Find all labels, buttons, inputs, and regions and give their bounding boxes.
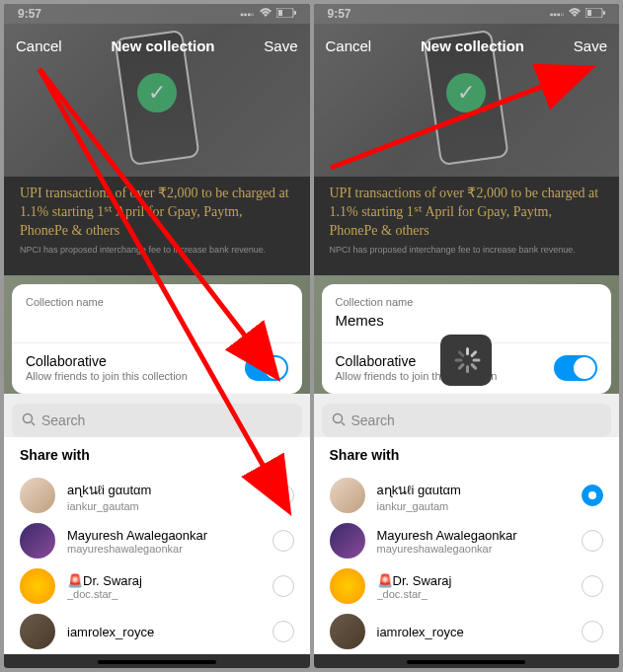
user-handle: iankur_gautam [67,500,261,512]
user-radio[interactable] [582,530,603,552]
collaborative-label: Collaborative [26,353,188,369]
user-radio[interactable] [582,621,603,642]
modal-header: Cancel New collection Save [4,24,310,67]
user-name: iamrolex_royce [377,625,571,639]
share-with-title: Share with [20,447,294,463]
collection-name-input[interactable] [26,308,288,333]
user-row[interactable]: Mayuresh Awalegaonkar mayureshawalegaonk… [20,518,294,563]
svg-point-8 [333,413,342,422]
user-row[interactable]: iamrolex_royce [330,609,604,654]
svg-rect-1 [278,10,282,16]
svg-rect-2 [294,11,296,15]
avatar [330,478,365,513]
collection-name-input[interactable] [336,308,598,333]
avatar [20,523,55,559]
collection-name-label: Collection name [336,296,598,308]
loading-spinner [440,335,492,386]
user-name: aɳkนℓi gαutαm [377,480,571,500]
modal-title: New collection [111,37,214,54]
search-input[interactable]: Search [12,404,302,437]
user-name: 🚨Dr. Swaraj [67,573,261,588]
cancel-button[interactable]: Cancel [326,37,372,54]
signal-icon: ▪▪▪▫ [550,9,564,20]
share-section: Search Share with aɳkนℓi gαutαm iankur_g… [314,394,620,654]
home-indicator [98,660,216,664]
user-handle: _doc.star_ [377,588,571,600]
search-placeholder: Search [351,412,395,428]
user-handle: iankur_gautam [377,500,571,512]
share-section: Search Share with aɳkนℓi gαutαm iankur_g… [4,394,310,654]
search-input[interactable]: Search [322,404,612,437]
battery-icon [585,8,605,20]
share-with-title: Share with [330,447,604,463]
status-bar: 9:57 ▪▪▪▫ [4,4,310,24]
collaborative-toggle[interactable] [245,355,288,381]
user-row[interactable]: iamrolex_royce [20,609,294,654]
wifi-icon [568,8,582,20]
user-radio[interactable] [273,530,294,552]
user-radio[interactable] [273,621,294,642]
svg-point-3 [24,413,33,422]
user-radio[interactable] [273,575,294,597]
svg-line-4 [32,422,35,425]
save-button[interactable]: Save [264,37,297,54]
cancel-button[interactable]: Cancel [16,37,62,54]
collaborative-sub: Allow friends to join this collection [26,370,188,382]
user-row[interactable]: Mayuresh Awalegaonkar mayureshawalegaonk… [330,518,604,563]
status-time: 9:57 [18,7,240,21]
avatar [330,523,365,559]
status-time: 9:57 [328,7,550,21]
user-name: 🚨Dr. Swaraj [377,573,571,588]
svg-rect-7 [603,11,605,15]
avatar [20,614,55,649]
user-name: iamrolex_royce [67,625,261,639]
collection-form-card: Collection name Collaborative Allow frie… [12,284,302,394]
modal-title: New collection [421,37,524,54]
user-row[interactable]: 🚨Dr. Swaraj _doc.star_ [330,563,604,609]
user-row[interactable]: 🚨Dr. Swaraj _doc.star_ [20,563,294,609]
avatar [20,568,55,604]
wifi-icon [259,8,273,20]
user-radio[interactable] [582,485,603,506]
user-radio[interactable] [273,485,294,506]
user-name: aɳkนℓi gαutαm [67,480,261,500]
form-divider [12,342,302,343]
avatar [330,568,365,604]
user-row[interactable]: aɳkนℓi gαutαm iankur_gautam [330,473,604,518]
avatar [20,478,55,513]
search-icon [332,412,346,429]
collection-name-label: Collection name [26,296,288,308]
status-bar: 9:57 ▪▪▪▫ [314,4,620,24]
user-name: Mayuresh Awalegaonkar [377,528,571,543]
phone-right: ✓ UPI transactions of over ₹2,000 to be … [314,4,620,668]
home-indicator [407,660,525,664]
svg-rect-6 [587,10,591,16]
avatar [330,614,365,649]
phone-left: ✓ UPI transactions of over ₹2,000 to be … [4,4,310,668]
signal-icon: ▪▪▪▫ [240,9,254,20]
save-button[interactable]: Save [574,37,607,54]
user-name: Mayuresh Awalegaonkar [67,528,261,543]
user-handle: mayureshawalegaonkar [67,543,261,555]
search-icon [22,412,36,429]
user-row[interactable]: aɳkนℓi gαutαm iankur_gautam [20,473,294,518]
search-placeholder: Search [41,412,85,428]
svg-line-9 [342,422,345,425]
modal-header: Cancel New collection Save [314,24,620,67]
user-handle: _doc.star_ [67,588,261,600]
battery-icon [276,8,296,20]
collaborative-toggle[interactable] [554,355,597,381]
user-radio[interactable] [582,575,603,597]
user-handle: mayureshawalegaonkar [377,543,571,555]
